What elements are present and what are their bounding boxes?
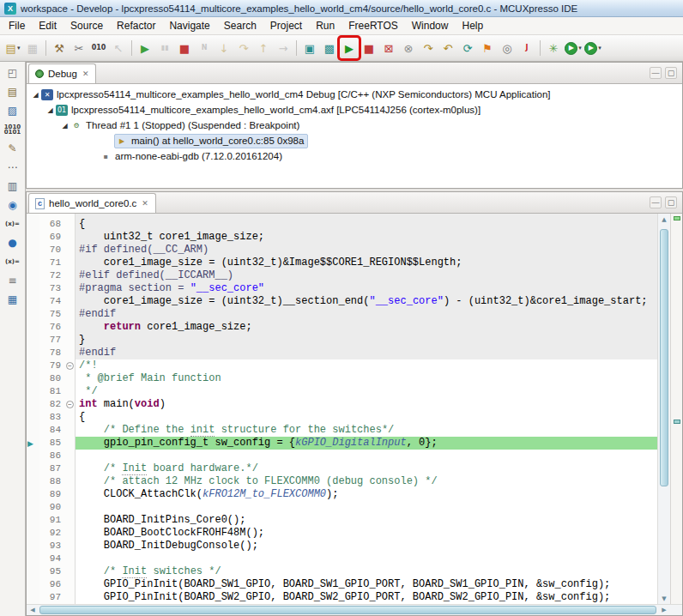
code-line[interactable]: 97 GPIO_PinInit(BOARD_SW2_GPIO, BOARD_SW…	[27, 591, 657, 604]
dropdown-arrow-icon[interactable]: ▾	[598, 45, 601, 51]
dropdown-arrow-icon[interactable]: ▾	[578, 45, 582, 51]
debug-tree-row[interactable]: ◢01lpcxpresso54114_multicore_examples_he…	[27, 102, 481, 118]
menu-item-project[interactable]: Project	[263, 17, 309, 34]
fold-collapse-icon[interactable]: −	[66, 401, 74, 408]
code-line[interactable]: 80 * @brief Main function	[27, 372, 657, 385]
line-number[interactable]: 90	[39, 501, 65, 514]
expand-arrow-icon[interactable]: ◢	[59, 122, 70, 130]
line-number[interactable]: 89	[39, 488, 65, 501]
code-text[interactable]: #pragma section = "__sec_core"	[76, 282, 657, 295]
fold-column[interactable]: −	[65, 398, 76, 411]
line-number[interactable]: 71	[39, 257, 65, 269]
code-line[interactable]: 70#if defined(__CC_ARM)	[27, 244, 657, 257]
line-number[interactable]: 87	[39, 462, 65, 475]
annotation-ruler-cell[interactable]	[27, 578, 39, 591]
code-text[interactable]: BOARD_InitPins_Core0();	[76, 514, 657, 527]
dropdown-arrow-icon[interactable]: ▾	[17, 45, 21, 51]
menu-item-help[interactable]: Help	[455, 17, 490, 34]
tab-hello-world-core0[interactable]: c hello_world_core0.c ✕	[28, 193, 156, 213]
debug-run-button[interactable]: ▶	[136, 38, 154, 58]
code-text[interactable]: #endif	[76, 308, 657, 321]
code-text[interactable]: #if defined(__CC_ARM)	[76, 244, 657, 257]
fold-column[interactable]	[65, 488, 76, 501]
annotation-ruler-cell[interactable]	[27, 488, 39, 501]
tab-debug[interactable]: Debug ✕	[28, 63, 96, 83]
vertical-scroll-thumb[interactable]	[660, 229, 668, 486]
line-number[interactable]: 88	[39, 475, 65, 488]
annotation-ruler-cell[interactable]	[27, 514, 39, 527]
line-number[interactable]: 80	[39, 372, 65, 385]
maximize-view-button[interactable]: ▢	[665, 67, 677, 79]
resume-button[interactable]: ▶	[340, 38, 359, 58]
line-number[interactable]: 74	[39, 295, 65, 308]
code-line[interactable]: 76 return core1_image_size;	[27, 321, 657, 334]
line-number[interactable]: 79	[39, 359, 65, 372]
code-text[interactable]: * @brief Main function	[76, 372, 657, 385]
annotation-ruler-cell[interactable]	[27, 540, 39, 553]
code-line[interactable]: 68{	[27, 218, 657, 231]
editor-horizontal-scrollbar[interactable]: ◀ ▶	[27, 604, 682, 615]
code-text[interactable]	[76, 553, 657, 565]
line-number[interactable]: 76	[39, 321, 65, 334]
terminate-and-remove-button[interactable]: ⊠	[379, 38, 398, 58]
code-text[interactable]: uint32_t core1_image_size;	[76, 231, 657, 244]
fold-column[interactable]	[65, 282, 76, 295]
annotation-ruler-cell[interactable]	[27, 424, 39, 437]
console-icon[interactable]: ▥	[3, 178, 23, 194]
line-number[interactable]: 93	[39, 540, 65, 553]
annotation-ruler-cell[interactable]	[27, 244, 39, 257]
expand-arrow-icon[interactable]: ◢	[30, 91, 41, 99]
fold-column[interactable]	[65, 372, 76, 385]
line-number[interactable]: 84	[39, 424, 65, 437]
menu-item-file[interactable]: File	[2, 17, 32, 34]
peripherals-icon[interactable]: ▨	[3, 102, 23, 118]
fold-column[interactable]	[65, 308, 76, 321]
overview-marker-current[interactable]	[674, 216, 680, 220]
annotation-ruler-cell[interactable]	[27, 321, 39, 334]
fold-column[interactable]	[65, 565, 76, 578]
fold-column[interactable]	[65, 424, 76, 437]
annotation-ruler-cell[interactable]	[27, 591, 39, 604]
code-line[interactable]: 77}	[27, 334, 657, 347]
suspend-button[interactable]: ▮▮	[155, 38, 174, 58]
code-text[interactable]: GPIO_PinInit(BOARD_SW1_GPIO, BOARD_SW1_G…	[76, 578, 657, 591]
code-line[interactable]: 73#pragma section = "__sec_core"	[27, 282, 657, 295]
menu-item-edit[interactable]: Edit	[32, 17, 63, 34]
annotation-ruler-cell[interactable]	[27, 218, 39, 231]
fold-column[interactable]	[65, 257, 76, 269]
show-view-button[interactable]: ▣	[300, 38, 319, 58]
line-number[interactable]: 95	[39, 565, 65, 578]
maximize-view-button[interactable]: ▢	[665, 196, 677, 208]
variables-icon[interactable]: (x)=	[3, 215, 23, 232]
annotation-ruler-cell[interactable]	[27, 308, 39, 321]
fold-column[interactable]	[65, 411, 76, 424]
code-text[interactable]: int main(void)	[76, 398, 657, 411]
disconnect-button[interactable]: N	[195, 38, 214, 58]
line-number[interactable]: 82	[39, 398, 65, 411]
fold-column[interactable]	[65, 514, 76, 527]
scroll-right-icon[interactable]: ▶	[658, 605, 670, 615]
fold-column[interactable]	[65, 553, 76, 565]
code-text[interactable]: #endif	[76, 347, 657, 359]
binary-tools-button[interactable]: 010	[89, 38, 108, 58]
code-text[interactable]: /* Init switches */	[76, 565, 657, 578]
code-text[interactable]: GPIO_PinInit(BOARD_SW2_GPIO, BOARD_SW2_G…	[76, 591, 657, 604]
terminate-button[interactable]: ■	[175, 38, 194, 58]
line-number[interactable]: 69	[39, 231, 65, 244]
fold-column[interactable]	[65, 231, 76, 244]
clean-button[interactable]: ✂	[70, 38, 88, 58]
fold-column[interactable]	[65, 295, 76, 308]
line-number[interactable]: 70	[39, 244, 65, 257]
minimize-view-button[interactable]: —	[650, 67, 662, 79]
annotation-ruler-cell[interactable]	[27, 347, 39, 359]
fold-column[interactable]	[65, 501, 76, 514]
code-text[interactable]: return core1_image_size;	[76, 321, 657, 334]
fold-column[interactable]	[65, 347, 76, 359]
menu-item-search[interactable]: Search	[217, 17, 263, 34]
step-forward-button[interactable]: ↷	[419, 38, 438, 58]
debug-tree-row[interactable]: ▶main() at hello_world_core0.c:85 0x98a	[27, 133, 308, 148]
horizontal-scroll-thumb[interactable]	[39, 606, 656, 614]
project-explorer-icon[interactable]: ▤	[3, 83, 23, 100]
annotation-ruler-cell[interactable]	[27, 411, 39, 424]
code-text[interactable]: #elif defined(__ICCARM__)	[76, 269, 657, 282]
